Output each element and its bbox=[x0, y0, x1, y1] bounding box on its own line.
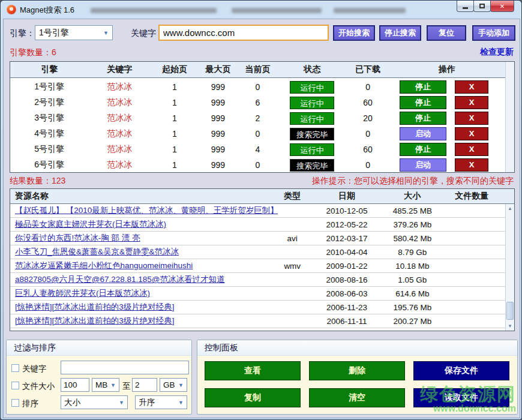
keyword-input[interactable] bbox=[158, 25, 329, 41]
resource-name-link[interactable]: a8827805@六月天空@67.228.81.185@范冰冰看过才知道 bbox=[15, 275, 225, 284]
result-row[interactable]: 【赵氏孤儿】 【2010最新上映葛优、范冰冰、黄晓明、王学圻贺岁巨制】 2010… bbox=[10, 204, 505, 218]
chevron-down-icon: ▼ bbox=[178, 382, 184, 388]
engine-col-header: 状态 bbox=[277, 64, 347, 75]
size-min-unit-value: MB bbox=[95, 380, 107, 389]
keyword-filter-input[interactable] bbox=[61, 361, 189, 374]
check-update-link[interactable]: 检查更新 bbox=[480, 47, 514, 58]
engine-table-row[interactable]: 2号引擎 范冰冰 1 999 6 运行中 60 停止 X bbox=[10, 95, 505, 110]
stop-search-button[interactable]: 停止搜索 bbox=[379, 25, 421, 41]
filesize-filter-checkbox[interactable] bbox=[11, 382, 19, 389]
result-row[interactable]: 小李飞刀_焦恩俊&萧蔷&吴京&贾静雯&范冰冰 2010-04-04 8.79 G… bbox=[10, 245, 505, 259]
resource-date: 2012-05-22 bbox=[307, 220, 386, 229]
start-search-button[interactable]: 开始搜索 bbox=[333, 25, 375, 41]
close-button[interactable]: ✕ bbox=[490, 1, 514, 12]
resource-name-link[interactable]: 【赵氏孤儿】 【2010最新上映葛优、范冰冰、黄晓明、王学圻贺岁巨制】 bbox=[15, 206, 278, 215]
keyword-filter-checkbox[interactable] bbox=[11, 364, 19, 372]
resource-name-link[interactable]: 小李飞刀_焦恩俊&萧蔷&吴京&贾静雯&范冰冰 bbox=[15, 247, 179, 256]
result-row[interactable]: [惊艳迷情][范冰冰出道前拍的3级片绝对经典] 2006-11-11 200.2… bbox=[10, 314, 505, 328]
engine-count-text: 引擎数量：6 bbox=[10, 47, 56, 58]
remove-engine-button[interactable]: X bbox=[455, 80, 488, 94]
result-row[interactable]: 范冰冰岁逼紧嫩毛细小粉红色hanguomeimeihushi wmv 2009-… bbox=[10, 259, 505, 273]
control-button[interactable]: 查看 bbox=[205, 361, 301, 380]
resource-date: 2010-12-05 bbox=[307, 206, 386, 215]
remove-engine-button[interactable]: X bbox=[455, 96, 488, 109]
sort-order-select[interactable]: 升序 ▼ bbox=[135, 395, 187, 409]
start-stop-button[interactable]: 启动 bbox=[400, 158, 446, 172]
start-stop-button[interactable]: 停止 bbox=[400, 80, 446, 94]
resource-name-link[interactable]: [惊艳迷情][范冰冰出道前拍的3级片绝对经典] bbox=[15, 316, 175, 325]
result-row[interactable]: 極品美女家庭主婦沢井芽衣(日本版范冰冰) 2012-05-22 379.26 M… bbox=[10, 218, 505, 232]
resource-name-link[interactable]: 巨乳人妻教師沢井芽衣(日本版范冰冰) bbox=[15, 289, 150, 298]
result-row[interactable]: 巨乳人妻教師沢井芽衣(日本版范冰冰) 2008-06-03 614.6 Mb bbox=[10, 287, 505, 301]
chevron-down-icon: ▼ bbox=[178, 400, 184, 406]
current-page: 0 bbox=[238, 160, 277, 170]
engine-table-row[interactable]: 5号引擎 范冰冰 1 999 4 运行中 60 停止 X bbox=[10, 142, 505, 157]
downloaded-count: 60 bbox=[347, 98, 389, 107]
resource-date: 2006-11-11 bbox=[307, 317, 386, 326]
background-bleed-text bbox=[334, 8, 406, 13]
results-col-header: 类型 bbox=[278, 191, 308, 202]
size-max-unit-select[interactable]: GB ▼ bbox=[160, 378, 187, 392]
operation-hint-text: 操作提示：您可以选择相同的引擎，搜索不同的关键字 bbox=[312, 176, 514, 187]
engine-select[interactable]: 1号引擎 ▼ bbox=[35, 25, 113, 40]
resource-type: avi bbox=[278, 234, 308, 243]
engine-table-scrollbar[interactable] bbox=[505, 62, 514, 172]
sort-checkbox[interactable] bbox=[11, 399, 19, 407]
result-row[interactable]: [惊艳迷情][范冰冰出道前拍的3级片绝对经典] 2006-11-23 195.7… bbox=[10, 301, 505, 314]
resource-size: 614.6 Mb bbox=[386, 289, 439, 298]
filter-panel-title: 过滤与排序 bbox=[7, 340, 191, 356]
background-bleed-text bbox=[232, 8, 322, 13]
remove-engine-button[interactable]: X bbox=[455, 112, 488, 125]
scroll-up-icon[interactable]: ▲ bbox=[506, 204, 514, 213]
resource-size: 8.79 Gb bbox=[386, 248, 439, 257]
results-scrollbar[interactable]: ▲ ▼ bbox=[505, 204, 514, 331]
start-stop-button[interactable]: 停止 bbox=[400, 112, 446, 125]
engine-table-row[interactable]: 3号引擎 范冰冰 1 999 2 运行中 20 停止 X bbox=[10, 110, 505, 126]
remove-engine-button[interactable]: X bbox=[455, 127, 488, 140]
engine-table-row[interactable]: 1号引擎 范冰冰 1 999 0 运行中 0 停止 X bbox=[10, 79, 505, 95]
resource-name-link[interactable]: 范冰冰岁逼紧嫩毛细小粉红色hanguomeimeihushi bbox=[15, 261, 193, 270]
control-panel-title: 控制面板 bbox=[197, 340, 517, 356]
resource-name-link[interactable]: 極品美女家庭主婦沢井芽衣(日本版范冰冰) bbox=[15, 220, 166, 229]
control-button[interactable]: 保存文件 bbox=[413, 361, 509, 380]
engine-table-row[interactable]: 4号引擎 范冰冰 1 999 0 搜索完毕 0 启动 X bbox=[10, 126, 505, 142]
control-button[interactable]: 删除 bbox=[309, 361, 405, 380]
control-panel: 控制面板 查看 删除 保存文件 复制 清空 读取文件 bbox=[197, 340, 518, 415]
engine-table-body: 1号引擎 范冰冰 1 999 0 运行中 0 停止 X 2号引 bbox=[10, 78, 514, 173]
remove-engine-button[interactable]: X bbox=[455, 143, 488, 156]
scrollbar-thumb[interactable] bbox=[506, 302, 514, 320]
start-stop-button[interactable]: 停止 bbox=[400, 96, 446, 109]
sort-label: 排序 bbox=[22, 398, 38, 409]
manual-add-button[interactable]: 手动添加 bbox=[472, 25, 515, 41]
current-page: 0 bbox=[238, 82, 277, 92]
resource-name-link[interactable]: 你没看过的东西!范冰冰-胸 部 漂 亮 bbox=[15, 233, 140, 242]
chevron-down-icon: ▼ bbox=[103, 30, 109, 36]
minimize-button[interactable] bbox=[457, 1, 474, 12]
control-button-grid: 查看 删除 保存文件 复制 清空 读取文件 bbox=[197, 356, 517, 407]
app-window: Magnet搜索 1.6 ✕ 引擎： 1号引擎 ▼ 关键字： 开始搜索 停止搜索… bbox=[0, 0, 522, 420]
background-bleed-text bbox=[91, 8, 217, 13]
start-stop-button[interactable]: 停止 bbox=[400, 143, 446, 156]
start-stop-button[interactable]: 启动 bbox=[400, 127, 446, 140]
control-button[interactable]: 复制 bbox=[205, 388, 301, 407]
minimize-icon bbox=[463, 7, 468, 9]
start-page: 1 bbox=[151, 82, 198, 92]
resource-name-link[interactable]: [惊艳迷情][范冰冰出道前拍的3级片绝对经典] bbox=[15, 302, 175, 311]
result-row[interactable]: 你没看过的东西!范冰冰-胸 部 漂 亮 avi 2012-03-17 580.4… bbox=[10, 232, 505, 245]
size-min-input[interactable] bbox=[61, 378, 89, 392]
reset-button[interactable]: 复位 bbox=[427, 25, 466, 41]
scroll-down-icon[interactable]: ▼ bbox=[506, 322, 514, 331]
status-badge: 运行中 bbox=[290, 143, 334, 156]
sort-field-select[interactable]: 大小 ▼ bbox=[61, 395, 128, 409]
result-row[interactable]: a8827805@六月天空@67.228.81.185@范冰冰看过才知道 200… bbox=[10, 273, 505, 287]
resource-size: 580.42 Mb bbox=[386, 234, 439, 243]
start-page: 1 bbox=[151, 145, 198, 154]
control-button[interactable]: 清空 bbox=[309, 388, 405, 407]
size-min-unit-select[interactable]: MB ▼ bbox=[92, 378, 119, 392]
maximize-button[interactable] bbox=[473, 1, 491, 12]
current-page: 2 bbox=[238, 113, 277, 123]
control-button[interactable]: 读取文件 bbox=[413, 388, 509, 407]
engine-table-row[interactable]: 6号引擎 范冰冰 1 999 0 搜索完毕 0 启动 X bbox=[10, 157, 505, 173]
size-max-input[interactable] bbox=[132, 378, 157, 392]
remove-engine-button[interactable]: X bbox=[455, 158, 488, 172]
